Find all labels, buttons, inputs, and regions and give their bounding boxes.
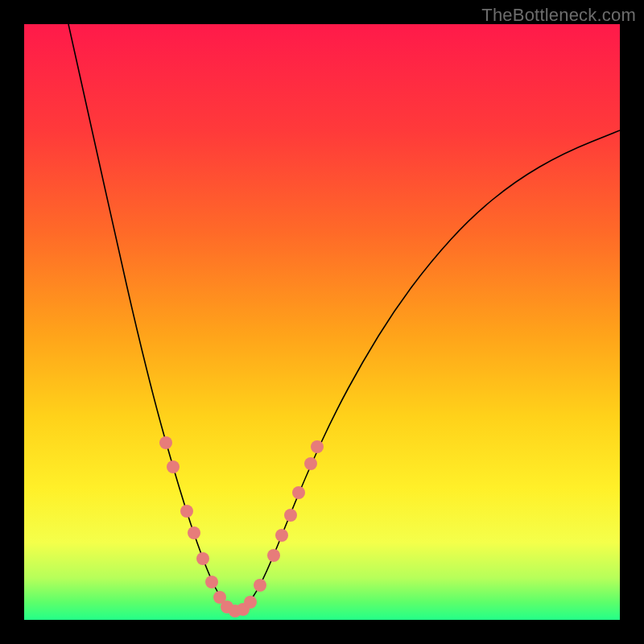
curve-right: [237, 130, 620, 612]
marker-dot: [311, 440, 324, 453]
marker-dot: [275, 529, 288, 542]
marker-dot: [205, 576, 218, 588]
marker-dot: [304, 457, 317, 470]
marker-group: [159, 436, 324, 617]
marker-dot: [188, 526, 200, 539]
marker-dot: [180, 505, 193, 518]
watermark-text: TheBottleneck.com: [481, 5, 636, 26]
marker-dot: [254, 579, 266, 592]
marker-dot: [159, 436, 172, 449]
marker-dot: [284, 509, 297, 522]
marker-dot: [292, 486, 305, 499]
marker-dot: [167, 460, 180, 473]
curve-left: [68, 24, 237, 612]
plot-svg: [24, 24, 620, 620]
marker-dot: [244, 596, 257, 609]
marker-dot: [196, 552, 209, 565]
marker-dot: [267, 549, 280, 562]
chart-plot-area: [24, 24, 620, 620]
